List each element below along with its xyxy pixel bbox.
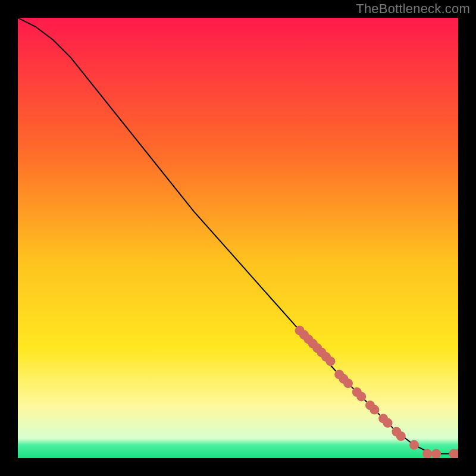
data-point	[325, 356, 335, 366]
chart-svg	[18, 18, 458, 458]
data-point	[343, 378, 353, 388]
data-point	[356, 392, 366, 401]
data-point	[409, 440, 419, 450]
data-point	[431, 449, 441, 458]
data-point	[369, 405, 379, 415]
data-point	[422, 449, 432, 458]
plot-area	[18, 18, 458, 458]
data-point	[383, 418, 393, 428]
data-point	[396, 431, 406, 441]
attribution-text: TheBottleneck.com	[356, 1, 470, 17]
chart-frame: TheBottleneck.com	[0, 0, 476, 476]
chart-background	[18, 18, 458, 458]
